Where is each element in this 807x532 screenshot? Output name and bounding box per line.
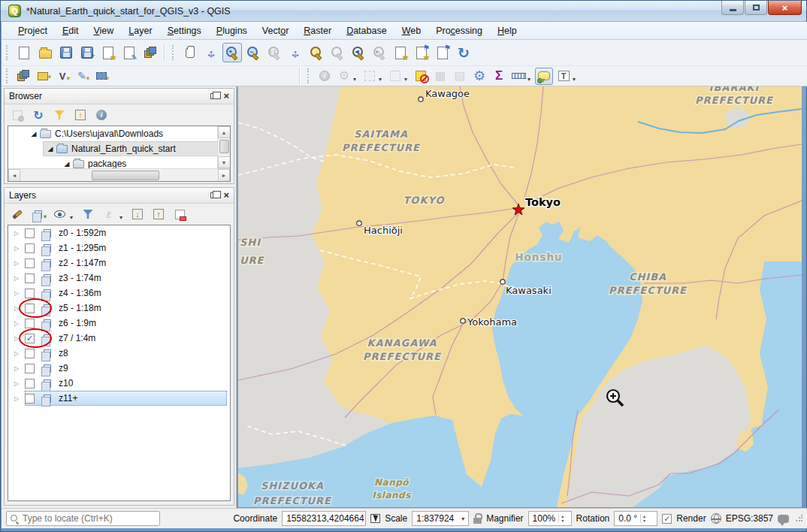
manage-map-themes-button[interactable]: [50, 206, 68, 222]
save-project-button[interactable]: [56, 43, 76, 62]
scroll-up-icon[interactable]: ▲: [218, 126, 231, 138]
expander-icon[interactable]: ▷: [11, 245, 22, 252]
layer-checkbox[interactable]: ✓: [25, 334, 35, 343]
crs-indicator[interactable]: EPSG:3857: [726, 513, 773, 524]
layer-styling-button[interactable]: [8, 206, 26, 222]
open-project-button[interactable]: [35, 43, 55, 62]
save-project-as-button[interactable]: ✓: [77, 43, 97, 62]
pan-map-button[interactable]: [180, 43, 200, 62]
tree-item-downloads[interactable]: ◢ C:\Users\ujaval\Downloads: [8, 126, 230, 141]
expander-icon[interactable]: ▷: [11, 290, 22, 297]
expander-icon[interactable]: ◢: [46, 145, 55, 153]
expander-icon[interactable]: ▷: [11, 275, 22, 282]
close-panel-icon[interactable]: ×: [223, 191, 229, 200]
scroll-down-icon[interactable]: ▼: [218, 156, 231, 168]
tree-item-natural-earth[interactable]: ◢ Natural_Earth_quick_start: [8, 141, 230, 156]
open-attribute-table-button[interactable]: ▦: [431, 68, 449, 85]
float-panel-icon[interactable]: [210, 93, 217, 99]
map-tips-button[interactable]: [535, 68, 553, 85]
browser-refresh-button[interactable]: ↻: [29, 107, 47, 123]
new-geopackage-layer-button[interactable]: *: [34, 68, 52, 85]
select-dropdown-icon[interactable]: ▾: [379, 76, 385, 83]
data-source-manager-button[interactable]: [14, 68, 32, 85]
layer-checkbox[interactable]: [25, 349, 35, 358]
toolbar-grip[interactable]: [6, 45, 10, 60]
layer-row-z10[interactable]: ▷z10: [8, 376, 230, 391]
browser-filter-button[interactable]: [50, 107, 68, 123]
menu-item-database[interactable]: Database: [339, 23, 394, 38]
browser-properties-button[interactable]: i: [92, 107, 110, 123]
show-bookmarks-button[interactable]: ⚑★: [412, 43, 431, 62]
add-selected-layers-button[interactable]: [8, 107, 26, 123]
layer-row-z0[interactable]: ▷z0 - 1:592m: [8, 225, 230, 240]
browser-vertical-scrollbar[interactable]: ▲ ▼: [217, 126, 230, 168]
float-panel-icon[interactable]: [210, 192, 217, 198]
zoom-to-layer-button[interactable]: [328, 43, 347, 62]
zoom-next-button[interactable]: ▶: [370, 43, 389, 62]
close-panel-icon[interactable]: ×: [223, 92, 229, 101]
expander-icon[interactable]: ▷: [11, 365, 22, 372]
run-feature-action-button[interactable]: ⚙: [335, 68, 353, 85]
filter-legend-button[interactable]: [79, 206, 97, 222]
toolbar-grip[interactable]: [307, 68, 311, 83]
themes-dropdown-icon[interactable]: ▾: [70, 214, 76, 221]
scale-combo[interactable]: 1:837924▾: [412, 511, 469, 526]
zoom-to-selection-button[interactable]: [307, 43, 326, 62]
show-layout-manager-button[interactable]: ✎: [119, 43, 139, 62]
title-bar[interactable]: Q *Natural_Earth_quick_start_for_QGIS_v3…: [1, 1, 806, 22]
expander-icon[interactable]: ◢: [29, 130, 38, 138]
magnifier-spinbox[interactable]: 100%▴▾: [528, 511, 572, 526]
layer-row-z11[interactable]: ▷z11+: [8, 391, 230, 406]
expression-dropdown-icon[interactable]: ▾: [119, 214, 125, 221]
zoom-in-button[interactable]: +: [222, 43, 242, 62]
bookmark-manager-button[interactable]: ⚑: [433, 43, 452, 62]
deselect-dropdown-icon[interactable]: ▾: [404, 76, 410, 83]
messages-icon[interactable]: [778, 515, 789, 523]
deselect-all-layers-button[interactable]: [412, 68, 430, 85]
layer-row-z4[interactable]: ▷z4 - 1:36m: [8, 286, 230, 301]
map-canvas[interactable]: SAITAMA PREFECTURE TOKYO CHIBA PREFECTUR…: [238, 86, 802, 507]
menu-item-view[interactable]: View: [86, 23, 121, 38]
measure-button[interactable]: [509, 68, 527, 85]
layer-row-z7[interactable]: ▷✓z7 / 1:4m: [8, 331, 230, 346]
minimize-button[interactable]: [721, 1, 744, 15]
layer-row-z8[interactable]: ▷z8: [8, 346, 230, 361]
rotation-spinbox[interactable]: 0.0 °▴▾: [614, 511, 657, 526]
expander-icon[interactable]: ◢: [62, 160, 71, 168]
expander-icon[interactable]: ▷: [11, 305, 22, 312]
toolbar-grip[interactable]: [172, 45, 176, 60]
select-features-button[interactable]: [361, 68, 379, 85]
style-manager-button[interactable]: [141, 43, 160, 62]
menu-item-layer[interactable]: Layer: [121, 23, 159, 38]
new-print-layout-button[interactable]: ★: [98, 43, 118, 62]
mouse-position-toggle-icon[interactable]: [370, 514, 380, 523]
text-annotation-button[interactable]: T: [555, 68, 573, 85]
chevron-down-icon[interactable]: ▾: [457, 515, 464, 522]
layer-row-z3[interactable]: ▷z3 - 1:74m: [8, 271, 230, 286]
menu-item-web[interactable]: Web: [394, 23, 428, 38]
render-checkbox[interactable]: ✓: [662, 514, 672, 524]
zoom-full-button[interactable]: ↔↕: [286, 43, 305, 62]
resize-grip[interactable]: [795, 515, 802, 522]
globe-crs-icon[interactable]: [711, 513, 721, 524]
scroll-left-icon[interactable]: ◄: [8, 169, 20, 182]
layer-row-z9[interactable]: ▷z9: [8, 361, 230, 376]
layer-checkbox[interactable]: [25, 258, 35, 268]
layer-row-z1[interactable]: ▷z1 - 1:295m: [8, 240, 230, 255]
zoom-last-button[interactable]: ◀: [349, 43, 368, 62]
new-spatialite-layer-button[interactable]: ✎*: [73, 68, 91, 85]
menu-item-processing[interactable]: Processing: [428, 23, 490, 38]
filter-by-expression-button[interactable]: ε: [100, 206, 118, 222]
spin-down-icon[interactable]: ▾: [643, 518, 645, 523]
toolbar-grip[interactable]: [6, 68, 10, 83]
locator-search[interactable]: [6, 511, 160, 526]
menu-item-raster[interactable]: Raster: [296, 23, 339, 38]
expander-icon[interactable]: ▷: [11, 320, 22, 327]
pan-to-selection-button[interactable]: ↔↕: [201, 43, 221, 62]
close-button[interactable]: ×: [768, 1, 802, 15]
maximize-button[interactable]: [745, 1, 767, 15]
add-group-button[interactable]: *: [29, 206, 47, 222]
layer-checkbox[interactable]: [25, 243, 35, 253]
layer-checkbox[interactable]: [25, 289, 35, 298]
layer-checkbox[interactable]: [25, 274, 35, 283]
